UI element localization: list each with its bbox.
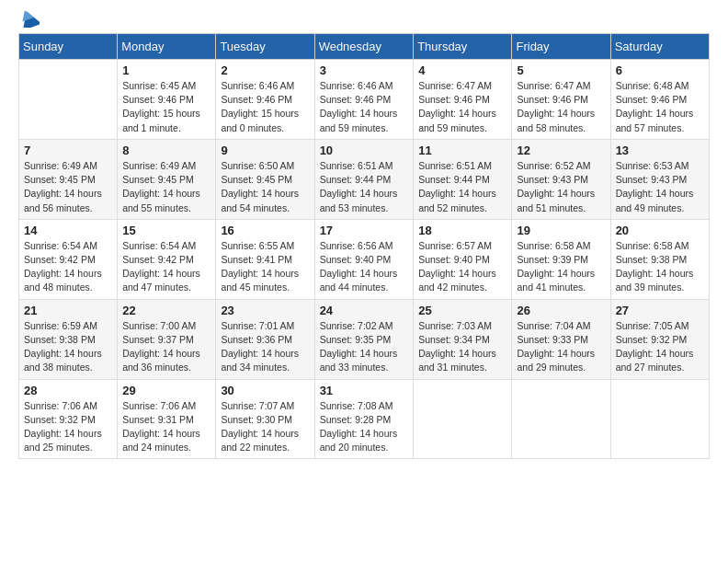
day-number: 24 [320,304,409,317]
day-info: Sunrise: 6:47 AM Sunset: 9:46 PM Dayligh… [418,79,506,135]
logo [18,18,40,24]
calendar-week-row: 28Sunrise: 7:06 AM Sunset: 9:32 PM Dayli… [19,379,710,459]
day-info: Sunrise: 6:55 AM Sunset: 9:41 PM Dayligh… [221,239,309,295]
calendar-cell: 9Sunrise: 6:50 AM Sunset: 9:45 PM Daylig… [216,139,314,219]
logo-bird-icon [19,11,40,28]
weekday-header-sunday: Sunday [19,34,118,60]
day-number: 15 [122,224,210,237]
calendar-cell: 4Sunrise: 6:47 AM Sunset: 9:46 PM Daylig… [414,60,512,140]
day-number: 3 [320,63,409,77]
day-info: Sunrise: 7:08 AM Sunset: 9:28 PM Dayligh… [320,399,409,455]
day-info: Sunrise: 6:49 AM Sunset: 9:45 PM Dayligh… [122,159,210,215]
day-info: Sunrise: 6:54 AM Sunset: 9:42 PM Dayligh… [122,239,210,295]
calendar-cell: 8Sunrise: 6:49 AM Sunset: 9:45 PM Daylig… [118,139,216,219]
calendar-cell: 15Sunrise: 6:54 AM Sunset: 9:42 PM Dayli… [118,219,216,299]
calendar-week-row: 14Sunrise: 6:54 AM Sunset: 9:42 PM Dayli… [19,219,710,299]
calendar-cell: 22Sunrise: 7:00 AM Sunset: 9:37 PM Dayli… [118,299,216,379]
day-number: 14 [24,224,112,237]
calendar-cell: 18Sunrise: 6:57 AM Sunset: 9:40 PM Dayli… [414,219,512,299]
calendar-cell: 17Sunrise: 6:56 AM Sunset: 9:40 PM Dayli… [314,219,414,299]
day-number: 11 [418,144,506,157]
weekday-header-wednesday: Wednesday [314,34,414,60]
day-number: 1 [122,63,210,77]
calendar-cell: 2Sunrise: 6:46 AM Sunset: 9:46 PM Daylig… [216,60,314,140]
calendar-cell: 11Sunrise: 6:51 AM Sunset: 9:44 PM Dayli… [414,139,512,219]
day-info: Sunrise: 6:46 AM Sunset: 9:46 PM Dayligh… [320,79,409,135]
weekday-header-monday: Monday [118,34,216,60]
calendar-cell: 13Sunrise: 6:53 AM Sunset: 9:43 PM Dayli… [610,139,709,219]
calendar-cell [19,60,118,140]
calendar-week-row: 1Sunrise: 6:45 AM Sunset: 9:46 PM Daylig… [19,60,710,140]
weekday-header-tuesday: Tuesday [216,34,314,60]
day-info: Sunrise: 6:46 AM Sunset: 9:46 PM Dayligh… [221,79,309,135]
calendar-cell [610,379,709,459]
calendar-week-row: 21Sunrise: 6:59 AM Sunset: 9:38 PM Dayli… [19,299,710,379]
day-info: Sunrise: 7:07 AM Sunset: 9:30 PM Dayligh… [221,399,309,455]
day-info: Sunrise: 7:01 AM Sunset: 9:36 PM Dayligh… [221,319,309,375]
day-info: Sunrise: 7:04 AM Sunset: 9:33 PM Dayligh… [517,319,605,375]
day-number: 2 [221,63,309,77]
day-info: Sunrise: 6:58 AM Sunset: 9:38 PM Dayligh… [616,239,704,295]
day-number: 30 [221,384,309,397]
day-info: Sunrise: 7:05 AM Sunset: 9:32 PM Dayligh… [616,319,704,375]
calendar-cell: 29Sunrise: 7:06 AM Sunset: 9:31 PM Dayli… [118,379,216,459]
day-number: 6 [616,63,704,77]
weekday-header-row: SundayMondayTuesdayWednesdayThursdayFrid… [19,34,710,60]
calendar-cell: 30Sunrise: 7:07 AM Sunset: 9:30 PM Dayli… [216,379,314,459]
day-number: 23 [221,304,309,317]
day-info: Sunrise: 6:51 AM Sunset: 9:44 PM Dayligh… [320,159,409,215]
day-info: Sunrise: 6:48 AM Sunset: 9:46 PM Dayligh… [616,79,704,135]
calendar-cell [512,379,610,459]
day-info: Sunrise: 6:50 AM Sunset: 9:45 PM Dayligh… [221,159,309,215]
day-number: 9 [221,144,309,157]
calendar-cell: 25Sunrise: 7:03 AM Sunset: 9:34 PM Dayli… [414,299,512,379]
day-number: 16 [221,224,309,237]
day-number: 26 [517,304,605,317]
day-number: 13 [616,144,704,157]
day-number: 20 [616,224,704,237]
day-number: 31 [320,384,409,397]
calendar-table: SundayMondayTuesdayWednesdayThursdayFrid… [18,33,710,459]
svg-marker-0 [19,11,40,28]
day-info: Sunrise: 6:47 AM Sunset: 9:46 PM Dayligh… [517,79,605,135]
calendar-cell: 14Sunrise: 6:54 AM Sunset: 9:42 PM Dayli… [19,219,118,299]
calendar-cell: 7Sunrise: 6:49 AM Sunset: 9:45 PM Daylig… [19,139,118,219]
day-number: 25 [418,304,506,317]
calendar-cell: 10Sunrise: 6:51 AM Sunset: 9:44 PM Dayli… [314,139,414,219]
day-info: Sunrise: 6:59 AM Sunset: 9:38 PM Dayligh… [24,319,112,375]
day-number: 8 [122,144,210,157]
weekday-header-saturday: Saturday [610,34,709,60]
weekday-header-thursday: Thursday [414,34,512,60]
day-number: 7 [24,144,112,157]
day-number: 17 [320,224,409,237]
day-number: 28 [24,384,112,397]
day-info: Sunrise: 7:06 AM Sunset: 9:31 PM Dayligh… [122,399,210,455]
day-info: Sunrise: 6:54 AM Sunset: 9:42 PM Dayligh… [24,239,112,295]
day-info: Sunrise: 6:53 AM Sunset: 9:43 PM Dayligh… [616,159,704,215]
calendar-week-row: 7Sunrise: 6:49 AM Sunset: 9:45 PM Daylig… [19,139,710,219]
calendar-cell: 19Sunrise: 6:58 AM Sunset: 9:39 PM Dayli… [512,219,610,299]
calendar-cell: 23Sunrise: 7:01 AM Sunset: 9:36 PM Dayli… [216,299,314,379]
calendar-cell: 3Sunrise: 6:46 AM Sunset: 9:46 PM Daylig… [314,60,414,140]
day-info: Sunrise: 7:00 AM Sunset: 9:37 PM Dayligh… [122,319,210,375]
day-number: 21 [24,304,112,317]
calendar-cell: 1Sunrise: 6:45 AM Sunset: 9:46 PM Daylig… [118,60,216,140]
day-info: Sunrise: 6:45 AM Sunset: 9:46 PM Dayligh… [122,79,210,135]
calendar-cell: 16Sunrise: 6:55 AM Sunset: 9:41 PM Dayli… [216,219,314,299]
day-number: 22 [122,304,210,317]
day-info: Sunrise: 6:51 AM Sunset: 9:44 PM Dayligh… [418,159,506,215]
calendar-cell: 6Sunrise: 6:48 AM Sunset: 9:46 PM Daylig… [610,60,709,140]
day-info: Sunrise: 6:56 AM Sunset: 9:40 PM Dayligh… [320,239,409,295]
day-number: 4 [418,63,506,77]
day-number: 5 [517,63,605,77]
calendar-cell: 12Sunrise: 6:52 AM Sunset: 9:43 PM Dayli… [512,139,610,219]
calendar-cell: 20Sunrise: 6:58 AM Sunset: 9:38 PM Dayli… [610,219,709,299]
day-info: Sunrise: 7:06 AM Sunset: 9:32 PM Dayligh… [24,399,112,455]
day-info: Sunrise: 7:02 AM Sunset: 9:35 PM Dayligh… [320,319,409,375]
calendar-cell: 28Sunrise: 7:06 AM Sunset: 9:32 PM Dayli… [19,379,118,459]
weekday-header-friday: Friday [512,34,610,60]
page-header [18,18,710,24]
calendar-cell: 26Sunrise: 7:04 AM Sunset: 9:33 PM Dayli… [512,299,610,379]
day-info: Sunrise: 6:57 AM Sunset: 9:40 PM Dayligh… [418,239,506,295]
day-number: 27 [616,304,704,317]
